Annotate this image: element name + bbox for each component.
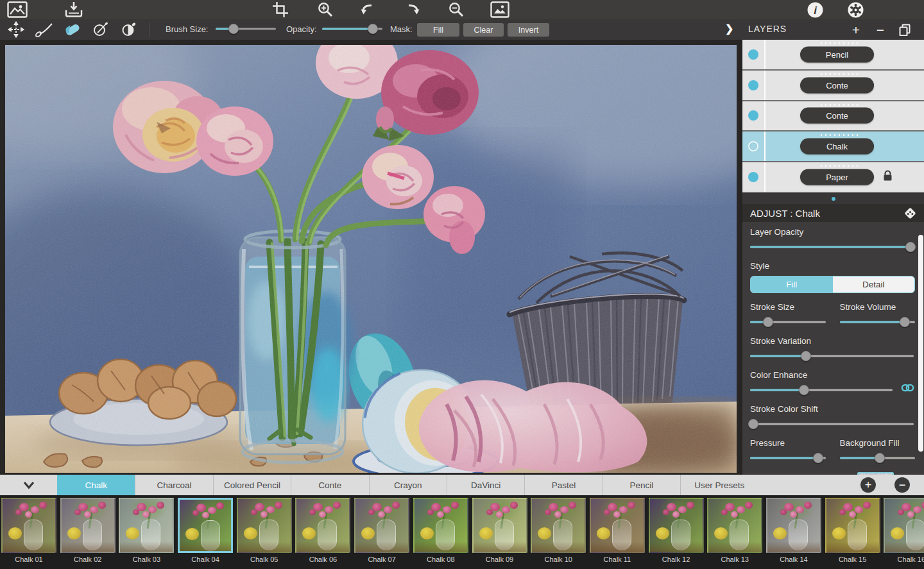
move-tool-icon[interactable] [5, 21, 27, 38]
preset-thumbnail[interactable]: Chalk 08 [413, 498, 468, 569]
preset-tab[interactable]: User Presets [680, 475, 758, 495]
remove-preset-button[interactable]: − [894, 477, 910, 493]
stroke-color-shift-slider[interactable] [750, 419, 914, 429]
preset-thumbnail[interactable]: Chalk 11 [590, 498, 645, 569]
eraser-stamp-tool-icon[interactable] [118, 21, 140, 38]
preset-thumbnail-image[interactable] [237, 498, 292, 553]
collapse-toolbar-chevron[interactable]: ❯ [725, 22, 733, 35]
preset-thumbnail[interactable]: Chalk 12 [649, 498, 704, 569]
zoom-in-icon[interactable] [314, 1, 336, 19]
background-fill-slider[interactable] [840, 453, 916, 463]
brush-size-slider-handle[interactable] [228, 24, 239, 34]
preset-thumbnail[interactable]: Chalk 04 [178, 498, 233, 569]
layer-drag-handle[interactable] [821, 42, 860, 44]
settings-gear-icon[interactable] [844, 1, 866, 19]
color-enhance-handle[interactable] [799, 385, 809, 395]
add-layer-button[interactable]: + [847, 21, 865, 38]
layer-pill[interactable]: Conte [800, 77, 874, 93]
preset-tab[interactable]: Charcoal [135, 475, 212, 495]
preset-thumbnail-image[interactable] [413, 498, 468, 553]
layer-visibility-dot[interactable] [748, 49, 758, 60]
collapse-presets-chevron-icon[interactable] [0, 475, 57, 495]
stroke-size-handle[interactable] [763, 317, 773, 327]
adjust-scrollbar[interactable] [918, 235, 923, 452]
preset-thumbnail[interactable]: Chalk 06 [295, 498, 350, 569]
style-option-detail[interactable]: Detail [833, 276, 915, 293]
layer-pill[interactable]: Chalk [800, 139, 874, 155]
layer-drag-handle[interactable] [821, 134, 860, 136]
preset-tab[interactable]: Pencil [603, 475, 680, 495]
layers-panel-collapse-bar[interactable] [742, 193, 924, 204]
layer-row[interactable]: Chalk [742, 132, 924, 162]
preset-tab[interactable]: Conte [291, 475, 368, 495]
preset-thumbnail[interactable]: Chalk 16 [884, 498, 924, 569]
zoom-out-icon[interactable] [445, 1, 467, 19]
preset-thumbnail-image[interactable] [590, 498, 645, 553]
preset-thumbnail[interactable]: Chalk 03 [119, 498, 174, 569]
style-option-fill[interactable]: Fill [751, 276, 833, 293]
layer-row[interactable]: Pencil [742, 40, 924, 71]
pressure-slider[interactable] [750, 453, 826, 463]
preset-thumbnail[interactable]: Chalk 13 [707, 498, 762, 569]
preset-thumbnail-image[interactable] [60, 498, 116, 553]
layer-opacity-handle[interactable] [905, 242, 916, 252]
layer-row[interactable]: Conte [742, 71, 924, 101]
open-photo-icon[interactable] [6, 1, 28, 19]
preset-thumbnail[interactable]: Chalk 09 [472, 498, 527, 569]
remove-layer-button[interactable]: − [871, 21, 889, 38]
layer-pill[interactable]: Conte [800, 108, 874, 124]
crop-icon[interactable] [270, 1, 291, 19]
opacity-slider[interactable] [322, 24, 382, 34]
stroke-variation-slider[interactable] [750, 351, 914, 361]
preset-thumbnail[interactable]: Chalk 10 [531, 498, 586, 569]
layer-row[interactable]: Conte [742, 101, 924, 132]
artwork-canvas[interactable] [5, 45, 737, 473]
link-icon-teal[interactable] [900, 383, 915, 395]
eraser-tool-icon[interactable] [62, 21, 83, 38]
background-fill-handle[interactable] [875, 453, 885, 463]
duplicate-layer-icon[interactable] [896, 21, 914, 38]
preset-thumbnail-image[interactable] [354, 498, 409, 553]
layer-pill[interactable]: Paper [800, 169, 874, 185]
stroke-variation-handle[interactable] [801, 351, 811, 361]
preset-thumbnail-image[interactable] [472, 498, 527, 553]
layer-visibility-dot[interactable] [748, 110, 758, 121]
preset-tab[interactable]: Pastel [524, 475, 602, 495]
preset-thumbnail-image[interactable] [766, 498, 821, 553]
layer-pill[interactable]: Pencil [800, 46, 874, 62]
preset-thumbnail-image[interactable] [707, 498, 762, 553]
preset-thumbnail-image[interactable] [649, 498, 704, 553]
preset-thumbnail[interactable]: Chalk 05 [237, 498, 292, 569]
preset-thumbnail-image[interactable] [1, 498, 56, 553]
preset-thumbnail[interactable]: Chalk 01 [1, 498, 56, 569]
picture-icon[interactable] [489, 1, 511, 19]
pressure-handle[interactable] [813, 453, 823, 463]
color-enhance-slider[interactable] [750, 385, 893, 395]
preset-tab[interactable]: Crayon [369, 475, 447, 495]
preset-thumbnail-image[interactable] [178, 498, 233, 553]
layer-drag-handle[interactable] [821, 165, 860, 167]
layer-drag-handle[interactable] [821, 73, 860, 75]
brush-stamp-tool-icon[interactable] [90, 21, 112, 38]
preset-thumbnail-image[interactable] [119, 498, 174, 553]
mask-invert-button[interactable]: Invert [508, 23, 549, 37]
preset-tab[interactable]: Colored Pencil [213, 475, 291, 495]
preset-tab[interactable]: DaVinci [447, 475, 524, 495]
layer-visibility-dot[interactable] [748, 172, 758, 182]
preset-thumbnail[interactable]: Chalk 07 [354, 498, 409, 569]
opacity-slider-handle[interactable] [368, 24, 378, 34]
preset-thumbnail[interactable]: Chalk 15 [825, 498, 880, 569]
palette-icon[interactable] [903, 206, 918, 223]
redo-icon[interactable] [402, 1, 424, 19]
preset-thumbnail[interactable]: Chalk 14 [766, 498, 821, 569]
preset-thumbnail-image[interactable] [825, 498, 880, 553]
mask-clear-button[interactable]: Clear [463, 23, 504, 37]
layer-row[interactable]: Paper [742, 162, 924, 193]
preset-thumbnail-image[interactable] [531, 498, 586, 553]
preset-thumbnail-image[interactable] [884, 498, 924, 553]
layer-drag-handle[interactable] [821, 104, 860, 106]
layer-visibility-dot[interactable] [748, 141, 758, 151]
import-save-icon[interactable] [63, 1, 85, 19]
undo-icon[interactable] [357, 1, 379, 19]
paintbrush-tool-icon[interactable] [33, 21, 55, 38]
